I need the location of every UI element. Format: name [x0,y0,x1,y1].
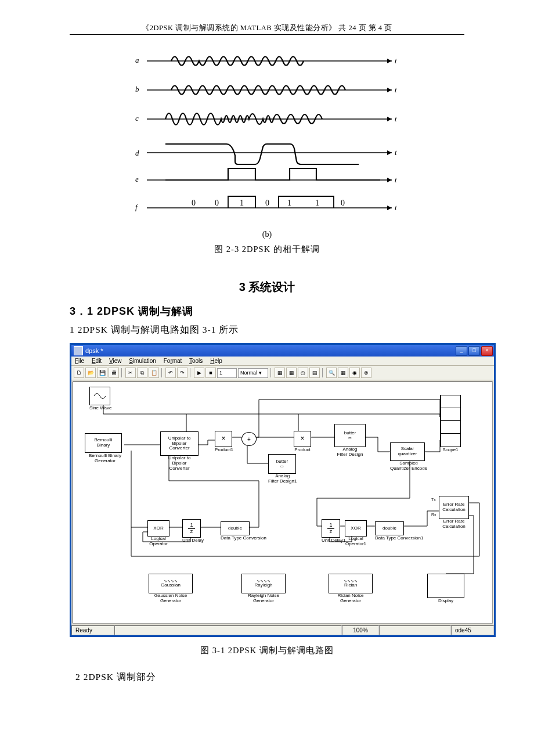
copy-icon[interactable]: ⧉ [137,368,147,378]
mode-select[interactable]: Normal ▾ [238,368,268,378]
svg-text:0: 0 [265,199,269,207]
tool-icon-8[interactable]: ⊗ [361,368,371,378]
block-product[interactable]: × Product [294,431,311,453]
svg-marker-10 [387,117,392,121]
tool-icon-2[interactable]: ▦ [286,368,297,378]
tool-icon-1[interactable]: ▦ [275,368,285,378]
window-title: dpsk * [85,347,103,354]
status-ready: Ready [71,625,114,635]
svg-text:0: 0 [215,199,219,207]
cut-icon[interactable]: ✂ [125,368,136,378]
block-rician[interactable]: ∿∿∿∿Rician Rician NoiseGenerator [329,574,373,604]
block-unipolar-bipolar[interactable]: Unipolar toBipolarConverter Unipolar toB… [160,431,199,471]
block-scope[interactable]: Scope1 [440,395,461,453]
page-header: 《2DPSK 调制与解调系统的 MATLAB 实现及性能分析》 共 24 页 第… [70,23,464,35]
status-zoom: 100% [342,625,379,635]
block-dtc-1[interactable]: double Data Type Conversion1 [375,521,423,541]
subsection-3-1: 3．1 2DPSK 调制与解调 [70,304,464,318]
svg-text:1: 1 [287,199,291,207]
menu-tools[interactable]: Tools [189,358,203,364]
body-line-2: 2 2DPSK 调制部分 [75,671,464,683]
figure-3-1-caption: 图 3-1 2DPSK 调制与解调电路图 [70,645,464,656]
block-analog-filter[interactable]: butter▭ AnalogFilter Design [334,424,366,458]
wave-label-e: e [135,175,139,183]
body-line-1: 1 2DPSK 调制与解调电路如图 3-1 所示 [70,324,464,336]
wave-label-d: d [135,149,139,157]
svg-text:1: 1 [315,199,319,207]
close-button[interactable]: × [481,346,493,356]
block-dtc[interactable]: double Data Type Conversion [221,521,266,541]
svg-text:0: 0 [341,199,345,207]
section-3-title: 3 系统设计 [70,279,464,295]
minimize-button[interactable]: _ [456,346,467,356]
svg-text:t: t [395,114,397,123]
block-sum[interactable]: + [241,432,257,446]
redo-icon[interactable]: ↷ [177,368,187,378]
menu-file[interactable]: File [75,358,84,364]
svg-text:t: t [395,175,397,184]
wave-label-a: a [135,56,139,64]
tool-icon-3[interactable]: ◷ [298,368,308,378]
wave-label-c: c [135,114,139,123]
svg-marker-8 [387,88,392,92]
block-xor[interactable]: XOR LogicalOperator [147,520,169,547]
block-product1[interactable]: × Product1 [215,431,233,453]
window-titlebar: dpsk * _ □ × [71,345,494,357]
block-display[interactable]: Display [427,574,464,604]
menu-view[interactable]: View [109,358,122,364]
block-gaussian[interactable]: ∿∿∿∿Gaussian Gaussian NoiseGenerator [149,574,193,604]
svg-marker-14 [387,178,392,182]
stop-icon[interactable]: ■ [205,368,216,378]
new-icon[interactable]: 🗋 [74,368,84,378]
simulink-window: dpsk * _ □ × File Edit View Simulation F… [70,343,496,637]
undo-icon[interactable]: ↶ [165,368,176,378]
status-solver: ode45 [451,625,494,635]
svg-text:1: 1 [240,199,244,207]
svg-marker-6 [387,59,392,63]
block-analog-filter-1[interactable]: butter▭ AnalogFilter Design1 [268,454,297,484]
svg-text:t: t [395,85,397,94]
block-unit-delay[interactable]: 1z Unit Delay [182,519,204,543]
wave-label-f: f [135,203,139,211]
maximize-button[interactable]: □ [468,346,480,356]
open-icon[interactable]: 📂 [85,368,96,378]
menu-help[interactable]: Help [210,358,222,364]
stop-time-field[interactable]: 1 [217,368,237,378]
block-scalar-quantizer[interactable]: Scalarquantizer SampledQuantizer Encode [390,442,427,471]
tool-icon-7[interactable]: ◉ [349,368,360,378]
app-icon [74,346,83,355]
figure-waveforms: a b c d e f [131,45,403,225]
play-icon[interactable]: ▶ [194,368,204,378]
block-bernoulli[interactable]: BernoulliBinary Bernoulli Binary Generat… [85,433,125,464]
block-error-rate[interactable]: TxRxError RateCalculation Error RateCalc… [439,496,469,530]
svg-text:t: t [395,56,397,65]
svg-text:0: 0 [192,199,196,207]
block-unit-delay-1[interactable]: 1z Unit Delay1 [322,519,345,543]
tool-icon-5[interactable]: 🔍 [326,368,337,378]
caption-b: (b) [70,230,464,239]
toolbar: 🗋 📂 💾 🖶 ✂ ⧉ 📋 ↶ ↷ ▶ ■ 1 Normal ▾ ▦ ▦ ◷ ▤… [71,366,494,380]
simulink-canvas[interactable]: Sine Wave BernoulliBinary Bernoulli Bina… [73,381,493,624]
menu-simulation[interactable]: Simulation [129,358,156,364]
svg-text:t: t [395,148,397,157]
svg-text:t: t [395,203,397,212]
tool-icon-4[interactable]: ▤ [309,368,320,378]
menubar[interactable]: File Edit View Simulation Format Tools H… [71,357,494,366]
block-xor-1[interactable]: XOR LogicalOperator1 [345,520,367,547]
wave-label-b: b [135,85,139,93]
paste-icon[interactable]: 📋 [149,368,159,378]
figure-2-3-caption: 图 2-3 2DPSK 的相干解调 [70,244,464,255]
menu-edit[interactable]: Edit [92,358,102,364]
block-rayleigh[interactable]: ∿∿∿∿Rayleigh Rayleigh NoiseGenerator [241,574,286,604]
svg-marker-12 [387,150,392,155]
tool-icon-6[interactable]: ▦ [338,368,348,378]
statusbar: Ready 100% ode45 [71,625,494,635]
menu-format[interactable]: Format [164,358,182,364]
block-sine-wave[interactable]: Sine Wave [89,387,111,411]
save-icon[interactable]: 💾 [97,368,107,378]
svg-marker-16 [387,206,392,210]
print-icon[interactable]: 🖶 [109,368,119,378]
